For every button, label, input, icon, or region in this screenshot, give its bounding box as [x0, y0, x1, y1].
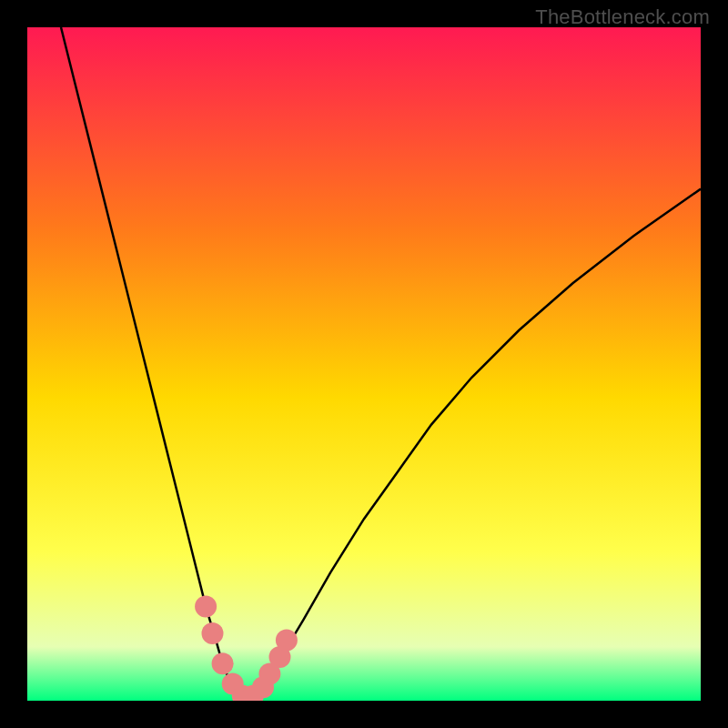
- marker-point: [195, 595, 217, 617]
- plot-area: [27, 27, 701, 701]
- gradient-background: [27, 27, 701, 701]
- marker-point: [212, 652, 234, 674]
- marker-point: [202, 622, 224, 644]
- chart-svg: [27, 27, 701, 701]
- chart-frame: { "watermark": "TheBottleneck.com", "col…: [0, 0, 728, 728]
- marker-point: [276, 629, 298, 651]
- watermark-text: TheBottleneck.com: [535, 5, 710, 29]
